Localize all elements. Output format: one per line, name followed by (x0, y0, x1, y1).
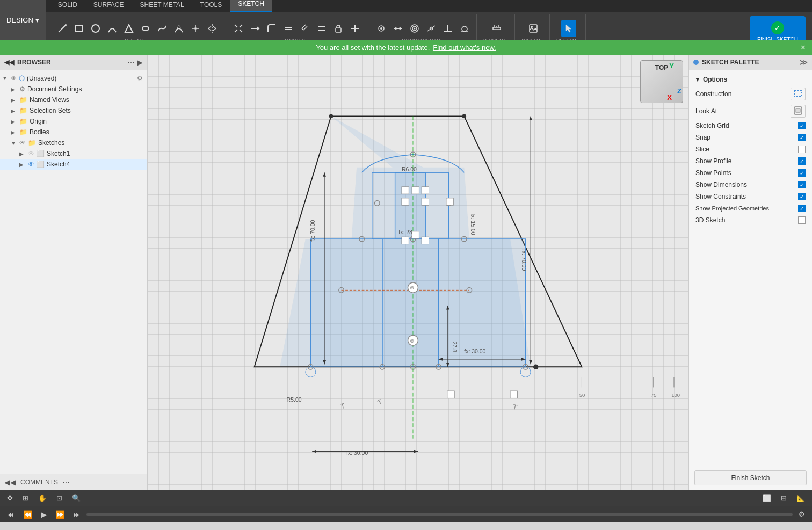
palette-row-snap: Snap (689, 132, 812, 143)
slot-tool-btn[interactable] (138, 20, 153, 37)
measure-display-btn[interactable]: 📐 (794, 493, 808, 503)
palette-expand-btn[interactable]: ≫ (800, 58, 808, 67)
comments-options-btn[interactable]: ⋯ (62, 478, 70, 487)
comments-bar: ◀◀ COMMENTS ⋯ (0, 474, 147, 490)
snap-status-btn[interactable]: ✤ (4, 493, 16, 503)
svg-rect-110 (510, 391, 517, 398)
extend-btn[interactable] (248, 20, 263, 37)
tab-sketch[interactable]: SKETCH (230, 0, 272, 12)
inspect-btn[interactable] (489, 20, 504, 37)
show-projected-checkbox[interactable] (798, 205, 806, 212)
tree-item-named-views[interactable]: ▶ 📁 Named Views (0, 95, 147, 105)
show-constraints-checkbox[interactable] (798, 193, 806, 200)
eye-icon[interactable]: 👁 (11, 75, 17, 82)
playback-last-btn[interactable]: ⏭ (70, 509, 83, 520)
eye-icon-sketches[interactable]: 👁 (19, 139, 26, 147)
tangent-btn[interactable] (457, 20, 472, 37)
offset-btn[interactable] (298, 20, 313, 37)
arc-tool-btn[interactable] (105, 20, 120, 37)
pan-status-btn[interactable]: ✋ (35, 493, 49, 503)
3d-sketch-label: 3D Sketch (695, 216, 725, 224)
conic-tool-btn[interactable] (171, 20, 186, 37)
triangle-tool-btn[interactable] (121, 20, 136, 37)
select-btn[interactable] (561, 20, 576, 37)
tab-sheet-metal[interactable]: SHEET METAL (133, 0, 192, 12)
sketch-palette-panel: SKETCH PALETTE ≫ ▼ Options Construction … (688, 55, 812, 490)
snap-checkbox[interactable] (798, 134, 806, 141)
tab-solid[interactable]: SOLID (50, 0, 85, 12)
circle-tool-btn[interactable] (88, 20, 103, 37)
tree-item-sketches[interactable]: ▼ 👁 📁 Sketches (0, 137, 147, 148)
eye-icon-sketch4[interactable]: 👁 (28, 161, 34, 168)
tree-item-bodies[interactable]: ▶ 📁 Bodies (0, 127, 147, 137)
midpoint-btn[interactable] (424, 20, 439, 37)
tree-item-origin[interactable]: ▶ 📁 Origin (0, 116, 147, 127)
tree-item-sketch4[interactable]: ▶ 👁 ⬜ Sketch4 (0, 159, 147, 170)
spline-tool-btn[interactable] (155, 20, 170, 37)
show-dimensions-label: Show Dimensions (695, 181, 747, 188)
component-icon: ⬡ (19, 74, 25, 82)
show-projected-label: Show Projected Geometries (695, 205, 769, 212)
equal-btn[interactable] (281, 20, 296, 37)
tree-item-selection-sets[interactable]: ▶ 📁 Selection Sets (0, 105, 147, 116)
tree-item-root[interactable]: ▼ 👁 ⬡ (Unsaved) ⚙ (0, 72, 147, 84)
project-btn[interactable] (347, 20, 363, 37)
look-at-control (791, 105, 806, 118)
eye-icon-sketch1[interactable]: 👁 (28, 150, 34, 157)
show-profile-checkbox[interactable] (798, 157, 806, 165)
finish-sketch-palette-btn[interactable]: Finish Sketch (694, 470, 807, 485)
playback-play-btn[interactable]: ▶ (38, 509, 49, 520)
comments-collapse-btn[interactable]: ◀◀ (4, 478, 16, 487)
tree-item-sketch1[interactable]: ▶ 👁 ⬜ Sketch1 (0, 148, 147, 159)
palette-dot (693, 60, 699, 65)
grid-display-btn[interactable]: ⊞ (778, 493, 789, 503)
look-at-icon-btn[interactable] (791, 105, 806, 118)
svg-rect-50 (382, 239, 439, 367)
3d-sketch-checkbox[interactable] (798, 216, 806, 224)
layout-status-btn[interactable]: ⊞ (20, 493, 31, 503)
zoom-status-btn[interactable]: 🔍 (69, 493, 83, 503)
expand-arrow-sketch4: ▶ (19, 162, 26, 168)
browser-options-btn[interactable]: ⋯ (127, 58, 135, 67)
show-points-checkbox[interactable] (798, 169, 806, 177)
coincident-btn[interactable] (374, 20, 389, 37)
point-tool-btn[interactable] (188, 20, 203, 37)
notification-link[interactable]: Find out what's new. (433, 43, 496, 52)
settings-icon[interactable]: ⚙ (137, 75, 143, 82)
tab-tools[interactable]: TOOLS (193, 0, 229, 12)
construction-icon-btn[interactable] (791, 88, 806, 100)
playback-first-btn[interactable]: ⏮ (4, 509, 17, 520)
insert-image-btn[interactable] (526, 20, 541, 37)
notification-close-btn[interactable]: × (801, 43, 806, 53)
lock-btn[interactable] (331, 20, 346, 37)
concentric-btn[interactable] (407, 20, 422, 37)
timeline-area[interactable] (86, 513, 793, 516)
playback-next-btn[interactable]: ⏩ (53, 509, 67, 520)
palette-row-show-projected: Show Projected Geometries (689, 202, 812, 214)
line-tool-btn[interactable] (55, 20, 70, 37)
trim-btn[interactable] (231, 20, 246, 37)
design-dropdown[interactable]: DESIGN ▾ (0, 0, 46, 40)
tab-surface[interactable]: SURFACE (86, 0, 132, 12)
perpendicular-btn[interactable] (440, 20, 455, 37)
rectangle-tool-btn[interactable] (71, 20, 86, 37)
tree-label-sketch4: Sketch4 (47, 161, 143, 168)
slice-checkbox[interactable] (798, 146, 806, 153)
sketch-grid-checkbox[interactable] (798, 122, 806, 129)
look-at-label: Look At (695, 107, 717, 115)
parallel-btn[interactable] (314, 20, 329, 37)
folder-icon-sketches: 📁 (28, 139, 36, 147)
palette-options-header[interactable]: ▼ Options (689, 74, 812, 85)
tree-item-doc-settings[interactable]: ▶ ⚙ Document Settings (0, 84, 147, 95)
mirror-line-btn[interactable] (205, 20, 220, 37)
fit-status-btn[interactable]: ⊡ (54, 493, 65, 503)
collinear-btn[interactable] (390, 20, 405, 37)
display-mode-btn[interactable]: ⬜ (760, 493, 774, 503)
viewport[interactable]: TOP Y Z X (148, 55, 688, 490)
show-dimensions-checkbox[interactable] (798, 181, 806, 188)
timeline-settings-btn[interactable]: ⚙ (796, 509, 808, 519)
playback-prev-btn[interactable]: ⏪ (20, 509, 35, 520)
browser-expand-btn[interactable]: ▶ (137, 58, 143, 67)
browser-collapse-icon[interactable]: ◀◀ (4, 59, 14, 66)
fillet-btn[interactable] (264, 20, 279, 37)
